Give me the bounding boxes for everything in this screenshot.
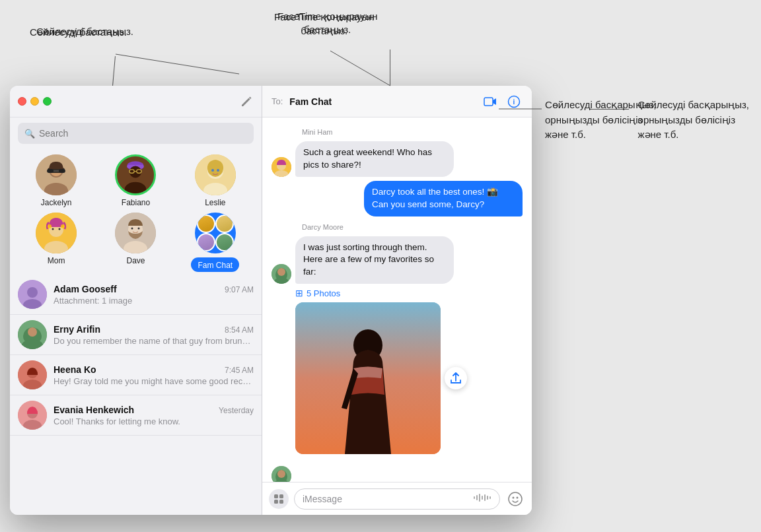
svg-rect-4	[47, 169, 54, 173]
pinned-contact-jackelyn[interactable]: Jackelyn	[27, 154, 85, 207]
conversation-content-heena: Heena Ko 7:45 AM Hey! Gray told me you m…	[54, 364, 254, 386]
contact-name-leslie: Leslie	[205, 198, 225, 207]
photos-label: ⊞ 5 Photos	[295, 288, 523, 298]
search-bar[interactable]: 🔍	[18, 123, 254, 144]
facetime-button[interactable]	[482, 93, 499, 110]
share-button[interactable]	[445, 367, 467, 389]
contact-name-mom: Mom	[48, 256, 65, 265]
conversation-name-evania: Evania Henkewich	[54, 405, 134, 415]
avatar-fabiano	[115, 154, 156, 195]
svg-rect-65	[279, 500, 283, 504]
svg-rect-62	[274, 494, 278, 498]
bubble-miniham: Such a great weekend! Who has pics to sh…	[295, 141, 454, 177]
svg-rect-70	[484, 494, 486, 501]
avatar-adam	[18, 280, 47, 309]
avatar-darcy2	[272, 466, 291, 482]
messages-area: Mini Ham Such a great weekend! Who has p…	[262, 117, 532, 482]
contact-name-dave: Dave	[126, 256, 145, 265]
search-icon: 🔍	[24, 129, 35, 139]
pinned-contact-dave[interactable]: Dave	[106, 213, 164, 272]
conversation-time-evania: Yesterday	[219, 406, 254, 415]
callout-arrow-facetime	[390, 50, 390, 86]
svg-point-11	[129, 166, 141, 178]
fullscreen-button[interactable]	[43, 97, 52, 106]
sender-label-darcy: Darcy Moore	[302, 223, 523, 231]
svg-rect-68	[479, 494, 480, 502]
svg-rect-72	[489, 496, 491, 499]
message-input-field[interactable]: iMessage	[294, 488, 500, 510]
conversation-item-erny[interactable]: Erny Arifin 8:54 AM Do you remember the …	[10, 315, 262, 355]
avatar-mom	[36, 213, 77, 253]
emoji-button[interactable]	[505, 489, 525, 509]
avatar-jackelyn	[36, 154, 77, 195]
svg-point-31	[138, 228, 140, 230]
conversation-time-heena: 7:45 AM	[225, 366, 254, 375]
conversation-list: Adam Gooseff 9:07 AM Attachment: 1 image	[10, 275, 262, 515]
svg-point-30	[131, 228, 133, 230]
conversation-item-evania[interactable]: Evania Henkewich Yesterday Cool! Thanks …	[10, 395, 262, 436]
avatar-evania	[18, 401, 47, 430]
chat-header: To: Fam Chat i	[262, 86, 532, 117]
photo-container-wrapper	[295, 302, 441, 454]
svg-line-77	[330, 51, 390, 86]
sender-label-miniham: Mini Ham	[302, 128, 523, 136]
conversation-preview-evania: Cool! Thanks for letting me know.	[54, 416, 254, 426]
traffic-lights	[18, 97, 52, 106]
conversation-item-heena[interactable]: Heena Ko 7:45 AM Hey! Gray told me you m…	[10, 355, 262, 395]
svg-rect-67	[476, 495, 478, 500]
svg-text:i: i	[513, 98, 515, 106]
avatar-miniham	[272, 157, 291, 177]
svg-point-75	[517, 496, 519, 498]
pinned-contact-mom[interactable]: Mom	[27, 213, 85, 272]
message-row-miniham: Such a great weekend! Who has pics to sh…	[272, 141, 523, 177]
message-row-darcy: I was just sorting through them. Here ar…	[272, 236, 523, 284]
svg-point-24	[59, 228, 61, 230]
conversation-name-heena: Heena Ko	[54, 364, 96, 375]
svg-rect-63	[279, 494, 283, 498]
avatar-heena	[18, 360, 47, 389]
conversation-preview-adam: Attachment: 1 image	[54, 296, 254, 306]
input-bar: iMessage	[262, 482, 532, 515]
svg-point-38	[28, 327, 37, 337]
photos-section: ⊞ 5 Photos	[295, 288, 523, 457]
svg-point-23	[52, 228, 54, 230]
close-button[interactable]	[18, 97, 26, 106]
svg-rect-5	[59, 169, 65, 173]
svg-point-74	[513, 496, 515, 498]
conversation-time-adam: 9:07 AM	[225, 285, 254, 294]
avatar-dave	[115, 213, 156, 253]
callout-text-manage: Сөйлесуді басқарыңыз,орныңызды бөлісіңіз…	[545, 98, 656, 143]
pinned-contact-fabiano[interactable]: Fabiano	[106, 154, 164, 207]
to-label: To:	[272, 96, 283, 106]
svg-rect-64	[274, 500, 278, 504]
avatar-darcy	[272, 264, 291, 284]
pinned-contact-famchat[interactable]: Fam Chat	[186, 213, 244, 272]
svg-point-18	[211, 169, 214, 172]
chat-panel: To: Fam Chat i Mini Ham	[262, 86, 532, 515]
app-window: 🔍	[10, 86, 532, 515]
svg-point-26	[61, 224, 65, 228]
contact-name-fabiano: Fabiano	[122, 198, 150, 207]
compose-button[interactable]	[239, 94, 254, 109]
waveform-icon	[473, 492, 491, 505]
minimize-button[interactable]	[30, 97, 39, 106]
search-input[interactable]	[39, 128, 247, 139]
pinned-contact-leslie[interactable]: Leslie	[186, 154, 244, 207]
chat-contact-name: Fam Chat	[289, 96, 475, 107]
callout-svg-facetime	[264, 36, 410, 89]
apps-button[interactable]	[269, 489, 289, 509]
avatar-leslie	[195, 154, 236, 195]
svg-point-19	[217, 169, 219, 172]
photo-main[interactable]	[295, 302, 441, 454]
contact-name-jackelyn: Jackelyn	[41, 198, 72, 207]
svg-point-25	[48, 224, 52, 228]
pinned-contacts-row2: Mom	[10, 210, 262, 275]
callout-arrow-start-conversation	[112, 56, 116, 86]
message-row-darcy2	[272, 466, 523, 482]
conversation-name-adam: Adam Gooseff	[54, 284, 117, 294]
svg-point-34	[27, 287, 38, 298]
conversation-name-erny: Erny Arifin	[54, 324, 100, 335]
info-button[interactable]: i	[505, 93, 523, 110]
conversation-time-erny: 8:54 AM	[225, 325, 254, 335]
conversation-item-adam[interactable]: Adam Gooseff 9:07 AM Attachment: 1 image	[10, 275, 262, 315]
